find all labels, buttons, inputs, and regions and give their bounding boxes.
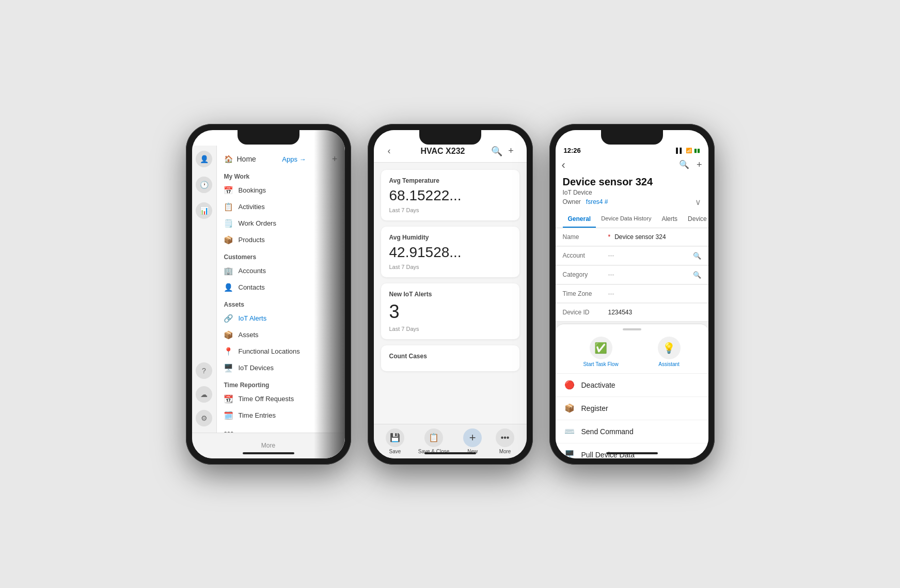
menu-item-activities[interactable]: 📋 Activities xyxy=(217,199,345,215)
phone-3: 12:26 ▌▌ 📶 ▮▮ ‹ 🔍 + Device sensor 324 Io… xyxy=(549,124,715,465)
notch-1 xyxy=(238,130,299,145)
work-orders-icon: 🗒️ xyxy=(224,219,233,228)
status-time: 12:26 xyxy=(564,147,581,154)
cloud-icon[interactable]: ☁ xyxy=(196,386,212,403)
avg-humidity-card: Avg Humidity 42.91528... Last 7 Days xyxy=(381,227,519,277)
phone3-nav: ‹ 🔍 + xyxy=(556,156,708,176)
add-button-phone3[interactable]: + xyxy=(697,160,702,170)
menu-home-row[interactable]: 🏠 Home Apps → + xyxy=(217,151,345,168)
menu-item-products[interactable]: 📦 Products xyxy=(217,232,345,248)
save-close-button[interactable]: 📋 Save & Close xyxy=(418,428,450,454)
count-cases-card: Count Cases xyxy=(381,345,519,371)
deactivate-item[interactable]: 🔴 Deactivate xyxy=(556,374,708,397)
category-search-icon[interactable]: 🔍 xyxy=(693,271,701,279)
assets-icon: 📦 xyxy=(224,330,233,340)
avg-temperature-card: Avg Temperature 68.15222... Last 7 Days xyxy=(381,170,519,220)
iot-alerts-icon: 🔗 xyxy=(224,314,233,323)
add-icon-phone1[interactable]: + xyxy=(332,154,338,165)
count-cases-label: Count Cases xyxy=(389,353,511,360)
time-off-label: Time Off Requests xyxy=(239,395,294,403)
menu-item-iot-devices[interactable]: 🖥️ IoT Devices xyxy=(217,360,345,376)
tab-alerts[interactable]: Alerts xyxy=(656,211,683,228)
help-icon[interactable]: ? xyxy=(196,362,212,379)
pull-device-data-item[interactable]: 🖥️ Pull Device Data xyxy=(556,443,708,458)
clock-icon[interactable]: 🕐 xyxy=(196,177,212,193)
sidebar-menu: 🏠 Home Apps → + My Work 📅 Bookings 📋 xyxy=(217,146,345,433)
iot-alerts-sub: Last 7 Days xyxy=(389,326,511,332)
home-bar-2 xyxy=(424,452,476,454)
device-id-label: Device ID xyxy=(563,309,604,316)
start-task-flow-action[interactable]: ✅ Start Task Flow xyxy=(583,337,618,367)
functional-locations-icon: 📍 xyxy=(224,347,233,356)
menu-item-accounts[interactable]: 🏢 Accounts xyxy=(217,263,345,279)
phone-1: 👤 🕐 📊 ? ☁ ⚙ 🏠 Home xyxy=(186,124,351,465)
account-search-icon[interactable]: 🔍 xyxy=(693,252,701,260)
device-owner-row: Owner fsres4 # ∨ xyxy=(563,197,701,207)
name-required: * xyxy=(608,233,611,241)
menu-item-time-off[interactable]: 📆 Time Off Requests xyxy=(217,391,345,407)
products-label: Products xyxy=(239,236,265,244)
activities-label: Activities xyxy=(239,203,265,211)
back-button-phone3[interactable]: ‹ xyxy=(562,158,565,172)
timezone-field-value: --- xyxy=(608,290,701,297)
more-label: More xyxy=(499,449,511,454)
menu-item-iot-alerts[interactable]: 🔗 IoT Alerts xyxy=(217,310,345,327)
avg-temp-sub: Last 7 Days xyxy=(389,207,511,213)
account-field-value: --- xyxy=(608,252,689,259)
search-button-phone2[interactable]: 🔍 xyxy=(490,146,504,157)
new-iot-alerts-card: New IoT Alerts 3 Last 7 Days xyxy=(381,283,519,339)
avg-temp-value: 68.15222... xyxy=(389,187,511,204)
assistant-action[interactable]: 💡 Assistant xyxy=(658,337,681,367)
products-icon: 📦 xyxy=(224,235,233,245)
field-account[interactable]: Account --- 🔍 xyxy=(556,247,708,265)
save-button[interactable]: 💾 Save xyxy=(386,428,404,454)
avg-temp-label: Avg Temperature xyxy=(389,177,511,184)
apps-link[interactable]: Apps → xyxy=(282,155,306,163)
battery-icon: ▮▮ xyxy=(694,148,700,153)
menu-item-functional-locations[interactable]: 📍 Functional Locations xyxy=(217,343,345,360)
phone2-title: HVAC X232 xyxy=(397,147,490,156)
menu-item-bookings[interactable]: 📅 Bookings xyxy=(217,182,345,199)
section-assets: Assets xyxy=(217,296,345,310)
category-field-label: Category xyxy=(563,271,604,278)
iot-devices-icon: 🖥️ xyxy=(224,363,233,373)
user-icon[interactable]: 👤 xyxy=(196,151,212,167)
account-field-label: Account xyxy=(563,252,604,259)
add-button-phone2[interactable]: + xyxy=(504,146,518,156)
back-button-phone2[interactable]: ‹ xyxy=(382,146,397,156)
register-item[interactable]: 📦 Register xyxy=(556,397,708,420)
field-device-id: Device ID 1234543 xyxy=(556,304,708,322)
menu-item-time-entries[interactable]: 🗓️ Time Entries xyxy=(217,407,345,424)
chart-icon[interactable]: 📊 xyxy=(196,202,212,219)
settings-icon[interactable]: ⚙ xyxy=(196,410,212,426)
send-command-item[interactable]: ⌨️ Send Command xyxy=(556,420,708,443)
new-button[interactable]: + New xyxy=(463,428,482,454)
search-button-phone3[interactable]: 🔍 xyxy=(679,160,689,170)
section-time-reporting: Time Reporting xyxy=(217,376,345,391)
tab-device-data-history[interactable]: Device Data History xyxy=(596,211,656,228)
menu-item-contacts[interactable]: 👤 Contacts xyxy=(217,279,345,296)
tab-device-r[interactable]: Device R xyxy=(683,211,708,228)
functional-locations-label: Functional Locations xyxy=(239,347,300,355)
category-field-value: --- xyxy=(608,271,689,278)
more-button[interactable]: ••• More xyxy=(496,428,514,454)
sheet-drag-handle xyxy=(623,328,641,330)
field-category[interactable]: Category --- 🔍 xyxy=(556,266,708,284)
menu-item-assets[interactable]: 📦 Assets xyxy=(217,327,345,343)
avg-humidity-label: Avg Humidity xyxy=(389,234,511,241)
bookings-label: Bookings xyxy=(239,186,266,194)
tab-general[interactable]: General xyxy=(563,211,596,228)
name-field-value: Device sensor 324 xyxy=(614,233,701,241)
work-orders-label: Work Orders xyxy=(239,219,276,227)
deactivate-icon: 🔴 xyxy=(564,379,575,391)
home-label: Home xyxy=(237,155,256,163)
device-title: Device sensor 324 xyxy=(563,176,701,188)
avg-humidity-value: 42.91528... xyxy=(389,244,511,261)
name-field-label: Name xyxy=(563,233,604,241)
iot-devices-label: IoT Devices xyxy=(239,364,274,372)
section-my-work: My Work xyxy=(217,168,345,182)
menu-item-work-orders[interactable]: 🗒️ Work Orders xyxy=(217,215,345,232)
accounts-icon: 🏢 xyxy=(224,266,233,276)
owner-link[interactable]: fsres4 # xyxy=(586,198,608,205)
chevron-down-icon[interactable]: ∨ xyxy=(695,197,701,207)
